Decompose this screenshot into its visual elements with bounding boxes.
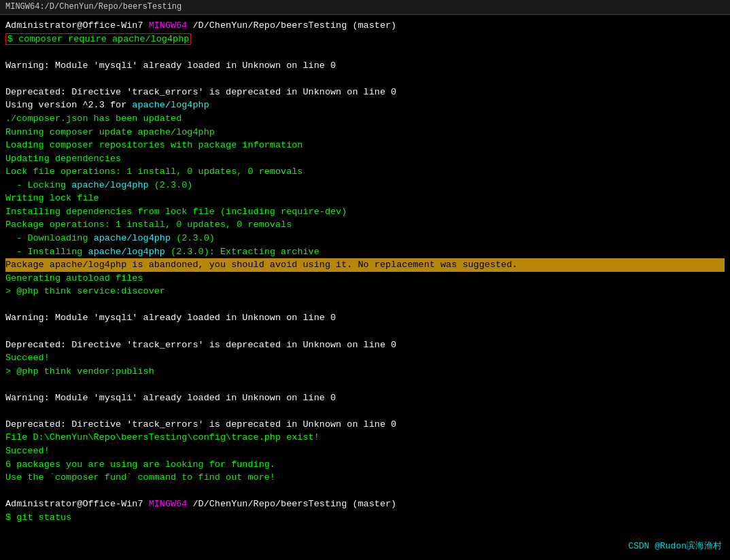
prompt-line: Administrator@Office-Win7 MINGW64 /D/Che… [5,19,725,33]
white-line: Warning: Module 'mysqli' already loaded … [5,311,725,325]
blank-line [5,404,725,418]
green-line: > @php think service:discover [5,285,725,298]
prompt-shell: MINGW64 [149,499,188,509]
command-line: $ git status [5,511,725,525]
white-line: Warning: Module 'mysqli' already loaded … [5,391,725,405]
prompt-user: Administrator@Office-Win7 [5,499,149,509]
green-line: Updating dependencies [5,152,725,166]
command-boxed: $ composer require apache/log4php [5,33,191,45]
green-line: Succeed! [5,351,725,365]
blank-line [5,325,725,338]
prompt-shell: MINGW64 [149,20,188,31]
prompt-user: Administrator@Office-Win7 [5,20,149,31]
green-line: - Installing apache/log4php (2.3.0): Ext… [5,245,725,259]
green-line: Use the `composer fund` command to find … [5,471,725,485]
blank-line [5,72,725,86]
green-line: File D:\ChenYun\Repo\beersTesting\config… [5,431,725,444]
green-line: - Locking apache/log4php (2.3.0) [5,179,725,192]
title-bar: MINGW64:/D/ChenYun/Repo/beersTesting [0,0,730,15]
green-line: Generating autoload files [5,272,725,285]
prompt-line: Administrator@Office-Win7 MINGW64 /D/Che… [5,497,725,511]
watermark: CSDN @Rudon滨海渔村 [628,540,722,553]
green-line: Succeed! [5,444,725,458]
white-line: Deprecated: Directive 'track_errors' is … [5,418,725,432]
title-text: MINGW64:/D/ChenYun/Repo/beersTesting [5,1,181,13]
blank-line [5,46,725,59]
green-line: Package operations: 1 install, 0 updates… [5,218,725,232]
green-line: Writing lock file [5,192,725,205]
green-line: 6 packages you are using are looking for… [5,458,725,472]
green-line: - Downloading apache/log4php (2.3.0) [5,232,725,245]
green-line: ./composer.json has been updated [5,112,725,126]
terminal: Administrator@Office-Win7 MINGW64 /D/Che… [0,15,730,560]
blank-line [5,485,725,498]
white-line: Deprecated: Directive 'track_errors' is … [5,86,725,99]
green-line: Installing dependencies from lock file (… [5,205,725,219]
white-line: Using version ^2.3 for apache/log4php [5,99,725,112]
green-line: Running composer update apache/log4php [5,126,725,139]
prompt-path: /D/ChenYun/Repo/beersTesting (master) [187,499,396,509]
green-line: Loading composer repositories with packa… [5,139,725,152]
green-line: > @php think vendor:publish [5,365,725,379]
blank-line [5,378,725,391]
prompt-path: /D/ChenYun/Repo/beersTesting (master) [187,20,396,31]
highlight-yellow-line: Package apache/log4php is abandoned, you… [5,258,725,272]
command-line: $ composer require apache/log4php [5,33,725,46]
blank-line [5,298,725,312]
white-line: Deprecated: Directive 'track_errors' is … [5,338,725,352]
green-line: Lock file operations: 1 install, 0 updat… [5,165,725,179]
white-line: Warning: Module 'mysqli' already loaded … [5,59,725,73]
